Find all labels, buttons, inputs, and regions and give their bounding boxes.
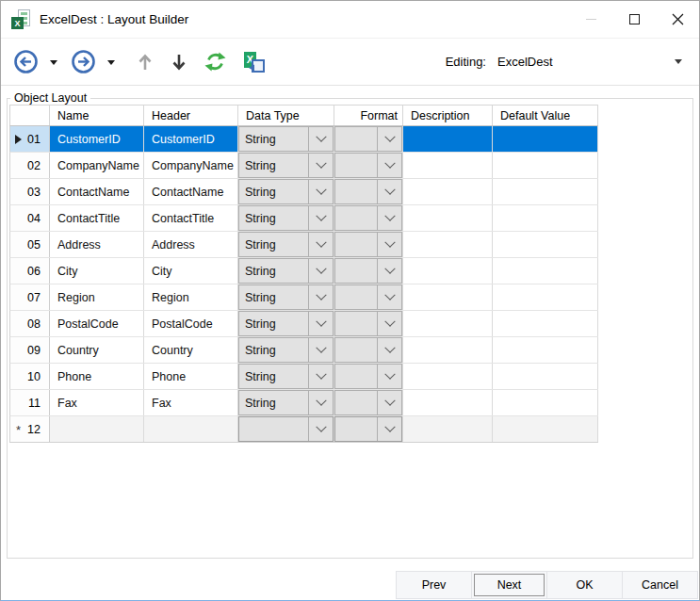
description-cell[interactable] xyxy=(403,232,493,257)
chevron-down-icon[interactable] xyxy=(377,285,401,309)
format-dropdown[interactable] xyxy=(334,416,402,442)
header-cell[interactable]: Fax xyxy=(144,390,238,415)
chevron-down-icon[interactable] xyxy=(308,127,333,151)
name-cell[interactable]: Address xyxy=(50,232,144,257)
chevron-down-icon[interactable] xyxy=(308,180,333,203)
move-up-button[interactable] xyxy=(133,52,157,73)
data-type-dropdown[interactable]: String xyxy=(238,311,334,336)
row-header-cell[interactable]: 01 xyxy=(10,126,50,152)
description-cell[interactable] xyxy=(403,126,493,152)
column-header-format[interactable]: Format xyxy=(334,106,403,125)
default-value-cell[interactable] xyxy=(493,416,598,442)
header-cell[interactable]: CustomerID xyxy=(144,126,238,152)
chevron-down-icon[interactable] xyxy=(377,259,401,283)
description-cell[interactable] xyxy=(403,284,493,310)
chevron-down-icon[interactable] xyxy=(308,312,333,335)
row-header-cell[interactable]: 10 xyxy=(10,364,50,389)
header-cell[interactable] xyxy=(144,416,238,442)
name-cell[interactable]: Region xyxy=(50,284,144,310)
chevron-down-icon[interactable] xyxy=(377,154,401,177)
default-value-cell[interactable] xyxy=(493,390,598,415)
column-header-default-value[interactable]: Default Value xyxy=(493,106,598,125)
data-type-dropdown[interactable]: String xyxy=(238,337,334,363)
description-cell[interactable] xyxy=(403,153,493,178)
editing-combobox[interactable]: ExcelDest xyxy=(493,50,688,74)
name-cell[interactable] xyxy=(50,416,144,442)
chevron-down-icon[interactable] xyxy=(377,417,401,441)
data-type-dropdown[interactable]: String xyxy=(238,390,334,415)
data-type-dropdown[interactable]: String xyxy=(238,179,334,204)
description-cell[interactable] xyxy=(403,364,493,389)
format-dropdown[interactable] xyxy=(334,364,402,389)
default-value-cell[interactable] xyxy=(493,258,598,284)
chevron-down-icon[interactable] xyxy=(308,233,333,256)
description-cell[interactable] xyxy=(403,416,493,442)
prev-button[interactable]: Prev xyxy=(396,571,472,599)
format-dropdown[interactable] xyxy=(334,258,402,284)
format-dropdown[interactable] xyxy=(334,337,402,363)
chevron-down-icon[interactable] xyxy=(308,154,333,177)
forward-dropdown-button[interactable] xyxy=(101,55,123,69)
format-dropdown[interactable] xyxy=(334,179,402,204)
header-cell[interactable]: ContactTitle xyxy=(144,205,238,231)
move-down-button[interactable] xyxy=(167,52,191,73)
header-cell[interactable]: PostalCode xyxy=(144,311,238,336)
forward-button[interactable] xyxy=(68,49,99,74)
default-value-cell[interactable] xyxy=(493,179,598,204)
chevron-down-icon[interactable] xyxy=(377,338,401,362)
back-dropdown-button[interactable] xyxy=(43,55,66,69)
description-cell[interactable] xyxy=(403,179,493,204)
format-dropdown[interactable] xyxy=(334,126,402,152)
header-cell[interactable]: Region xyxy=(144,284,238,310)
chevron-down-icon[interactable] xyxy=(308,285,333,309)
row-header-cell[interactable]: 08 xyxy=(10,311,50,336)
row-header-cell[interactable]: 05 xyxy=(10,232,50,257)
header-cell[interactable]: Phone xyxy=(144,364,238,389)
row-header-cell[interactable]: 03 xyxy=(10,179,50,204)
default-value-cell[interactable] xyxy=(493,232,598,257)
default-value-cell[interactable] xyxy=(493,126,598,152)
name-cell[interactable]: CustomerID xyxy=(50,126,144,152)
ok-button[interactable]: OK xyxy=(546,571,623,599)
chevron-down-icon[interactable] xyxy=(377,365,401,388)
format-dropdown[interactable] xyxy=(334,390,402,415)
header-cell[interactable]: Address xyxy=(144,232,238,257)
chevron-down-icon[interactable] xyxy=(308,365,333,388)
chevron-down-icon[interactable] xyxy=(377,233,401,256)
default-value-cell[interactable] xyxy=(493,337,598,363)
default-value-cell[interactable] xyxy=(493,205,598,231)
header-cell[interactable]: Country xyxy=(144,337,238,363)
refresh-button[interactable] xyxy=(201,50,230,73)
chevron-down-icon[interactable] xyxy=(308,391,333,414)
name-cell[interactable]: PostalCode xyxy=(50,311,144,336)
row-header-cell[interactable]: 04 xyxy=(10,205,50,231)
row-header-cell[interactable]: 11 xyxy=(10,390,50,415)
name-cell[interactable]: ContactName xyxy=(50,179,144,204)
format-dropdown[interactable] xyxy=(334,205,402,231)
data-type-dropdown[interactable]: String xyxy=(238,205,334,231)
format-dropdown[interactable] xyxy=(334,284,402,310)
name-cell[interactable]: Fax xyxy=(50,390,144,415)
name-cell[interactable]: Phone xyxy=(50,364,144,389)
description-cell[interactable] xyxy=(403,258,493,284)
cancel-button[interactable]: Cancel xyxy=(622,571,698,599)
data-type-dropdown[interactable] xyxy=(238,416,334,442)
default-value-cell[interactable] xyxy=(493,311,598,336)
chevron-down-icon[interactable] xyxy=(377,391,401,414)
next-button[interactable]: Next xyxy=(471,571,547,599)
column-header-data-type[interactable]: Data Type xyxy=(238,106,334,125)
maximize-button[interactable] xyxy=(612,1,656,38)
header-cell[interactable]: City xyxy=(144,258,238,284)
minimize-button[interactable] xyxy=(569,1,612,38)
row-header-cell[interactable]: 09 xyxy=(10,337,50,363)
header-cell[interactable]: CompanyName xyxy=(144,153,238,178)
format-dropdown[interactable] xyxy=(334,232,402,257)
chevron-down-icon[interactable] xyxy=(308,338,333,362)
excel-export-button[interactable]: X xyxy=(239,51,268,73)
chevron-down-icon[interactable] xyxy=(308,206,333,230)
description-cell[interactable] xyxy=(403,311,493,336)
row-header-cell[interactable]: 06 xyxy=(10,258,50,284)
chevron-down-icon[interactable] xyxy=(377,127,401,151)
format-dropdown[interactable] xyxy=(334,153,402,178)
data-type-dropdown[interactable]: String xyxy=(238,153,334,178)
